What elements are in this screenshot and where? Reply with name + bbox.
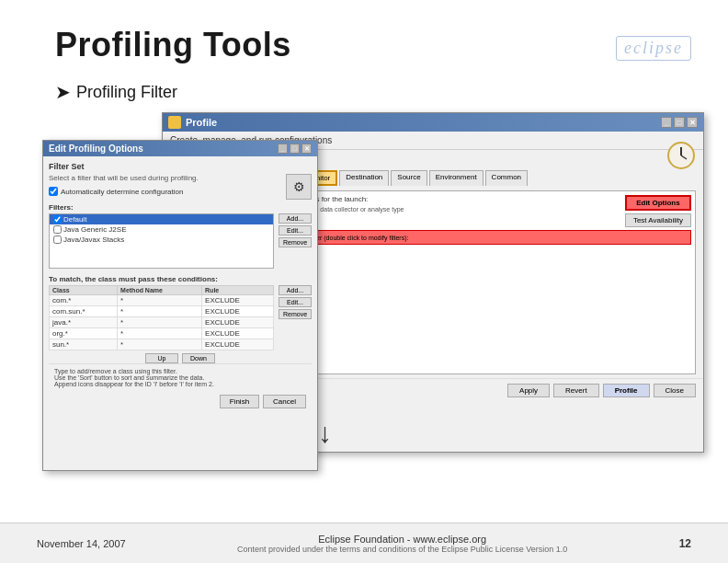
page-title: Profiling Tools xyxy=(55,26,291,64)
footer-sub-text: Content provided under the terms and con… xyxy=(237,545,567,554)
filter-item-default[interactable]: Default xyxy=(50,214,273,224)
table-remove-button[interactable]: Remove xyxy=(279,309,312,319)
table-row: java.**EXCLUDE xyxy=(50,317,274,328)
screenshot-area: Edit Profiling Options _ □ ✕ Filter Set … xyxy=(42,112,704,471)
bullet-text: Profiling Filter xyxy=(76,83,177,102)
table-edit-button[interactable]: Edit... xyxy=(279,297,312,307)
filter-icon-box: ⚙ xyxy=(286,174,312,200)
revert-button[interactable]: Revert xyxy=(553,384,599,397)
filter-side-buttons: Add... Edit... Remove xyxy=(279,213,312,272)
table-row: org.**EXCLUDE xyxy=(50,328,274,339)
filter-remove-button[interactable]: Remove xyxy=(279,237,312,247)
profile-title-label: Profile xyxy=(186,117,217,128)
filter-description: Select a filter that will be used during… xyxy=(49,174,278,183)
edit-win-controls: _ □ ✕ xyxy=(278,144,312,154)
filter-list-box: Default Java Generic J2SE Java/Javax Sta… xyxy=(49,213,274,269)
edit-minimize-button[interactable]: _ xyxy=(278,144,288,154)
tab-source[interactable]: Source xyxy=(391,170,427,186)
arrow-pointer-icon: ↑ xyxy=(318,421,332,453)
right-side-buttons: Edit Options Test Availability xyxy=(625,195,691,227)
header: Profiling Tools eclipse xyxy=(0,0,728,75)
clock-icon xyxy=(666,141,696,170)
filter-list-section: Filters: Default Java Generic J2SE Java/… xyxy=(49,203,312,272)
bullet-line: ➤ Profiling Filter xyxy=(0,75,728,109)
filter-default-check[interactable] xyxy=(53,215,62,224)
eclipse-logo: eclipse xyxy=(599,29,691,66)
cancel-button[interactable]: Cancel xyxy=(263,395,306,408)
footer-text2: Use the 'Sort' button to sort and summar… xyxy=(54,374,306,381)
edit-dialog-body: Filter Set Select a filter that will be … xyxy=(43,156,317,418)
col-rule: Rule xyxy=(202,286,274,295)
close-button[interactable]: Close xyxy=(654,384,696,397)
edit-bottom-buttons: Finish Cancel xyxy=(49,391,312,412)
filter-add-button[interactable]: Add... xyxy=(279,213,312,224)
finish-button[interactable]: Finish xyxy=(220,395,259,408)
filter-item-java-generic[interactable]: Java Generic J2SE xyxy=(50,224,273,235)
tab-destination[interactable]: Destination xyxy=(339,170,389,186)
footer-text: Type to add/remove a class using this fi… xyxy=(54,368,306,374)
profile-button[interactable]: Profile xyxy=(603,384,650,397)
filter-java-generic-check[interactable] xyxy=(53,225,62,234)
profile-title-text: Profile xyxy=(168,116,217,129)
edit-maximize-button[interactable]: □ xyxy=(290,144,300,154)
table-add-button[interactable]: Add... xyxy=(279,285,312,295)
footer-date: November 14, 2007 xyxy=(37,538,126,549)
profile-win-controls: _ □ ✕ xyxy=(661,117,698,128)
filters-label: Filters: xyxy=(49,203,312,212)
profile-title-icon xyxy=(168,116,181,129)
tab-common[interactable]: Common xyxy=(485,170,528,186)
edit-dialog-title: Edit Profiling Options xyxy=(49,144,143,154)
profile-minimize-button[interactable]: _ xyxy=(661,117,672,128)
page-footer: November 14, 2007 Eclipse Foundation - w… xyxy=(0,523,728,563)
conditions-table: Class Method Name Rule com.**EXCLUDE com… xyxy=(49,285,274,350)
table-row: com.sun.**EXCLUDE xyxy=(50,306,274,317)
footer-center-text: Eclipse Foundation - www.eclipse.org xyxy=(237,534,567,545)
test-availability-button[interactable]: Test Availability xyxy=(625,213,691,227)
table-section: To match, the class must pass these cond… xyxy=(49,275,312,363)
edit-dialog-footer: Type to add/remove a class using this fi… xyxy=(49,363,312,391)
bullet-arrow-icon: ➤ xyxy=(55,81,71,103)
filter-edit-button[interactable]: Edit... xyxy=(279,225,312,236)
main-content: Edit Profiling Options _ □ ✕ Filter Set … xyxy=(0,109,728,471)
auto-config-checkbox-row: Automatically determine configuration xyxy=(49,187,278,196)
auto-config-checkbox[interactable] xyxy=(49,187,58,196)
profile-title-bar: Profile _ □ ✕ xyxy=(163,113,703,132)
edit-close-button[interactable]: ✕ xyxy=(301,144,312,154)
col-method: Method Name xyxy=(118,286,202,295)
edit-dialog-title-bar: Edit Profiling Options _ □ ✕ xyxy=(43,141,317,156)
tab-environment[interactable]: Environment xyxy=(429,170,483,186)
filter-item-java-javax[interactable]: Java/Javax Stacks xyxy=(50,235,273,245)
col-class: Class xyxy=(50,286,118,295)
profile-maximize-button[interactable]: □ xyxy=(674,117,685,128)
footer-page-number: 12 xyxy=(679,537,691,550)
auto-config-label: Automatically determine configuration xyxy=(61,188,183,196)
filter-set-label: Filter Set xyxy=(49,162,312,171)
down-button[interactable]: Down xyxy=(182,353,215,363)
up-button[interactable]: Up xyxy=(145,353,178,363)
table-label: To match, the class must pass these cond… xyxy=(49,275,312,283)
eclipse-logo-text: eclipse xyxy=(616,36,691,61)
filter-java-javax-check[interactable] xyxy=(53,236,62,244)
profile-close-button[interactable]: ✕ xyxy=(687,117,698,128)
edit-profiling-dialog: Edit Profiling Options _ □ ✕ Filter Set … xyxy=(42,140,318,471)
footer-text3: Append icons disappear for the ID 'I' be… xyxy=(54,381,306,387)
edit-options-button[interactable]: Edit Options xyxy=(625,195,691,211)
apply-button[interactable]: Apply xyxy=(507,384,550,397)
table-side-buttons: Add... Edit... Remove xyxy=(279,285,312,350)
table-row: com.**EXCLUDE xyxy=(50,295,274,306)
table-row: sun.**EXCLUDE xyxy=(50,339,274,350)
footer-center: Eclipse Foundation - www.eclipse.org Con… xyxy=(237,534,567,554)
